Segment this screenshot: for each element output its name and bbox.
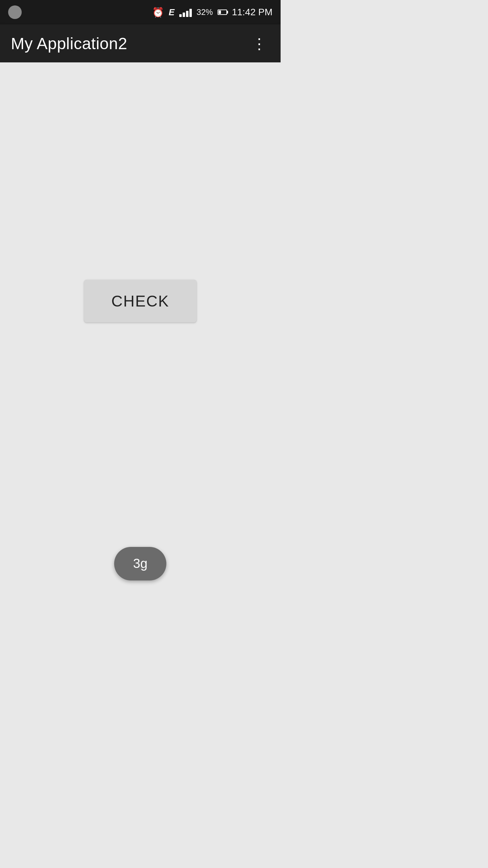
signal-bars-icon: [179, 7, 192, 17]
battery-icon: [218, 9, 227, 15]
status-bar-right: ⏰ E 32% 11:42 PM: [152, 7, 272, 18]
alarm-icon: ⏰: [152, 7, 164, 18]
check-button[interactable]: CHECK: [84, 280, 196, 322]
status-bar: ⏰ E 32% 11:42 PM: [0, 0, 281, 24]
status-time: 11:42 PM: [232, 7, 272, 18]
battery-percent-text: 32%: [197, 7, 213, 17]
fab-3g-button[interactable]: 3g: [114, 547, 166, 580]
status-bar-left: [8, 5, 22, 19]
app-title: My Application2: [11, 34, 127, 53]
app-bar: My Application2 ⋮: [0, 24, 281, 62]
overflow-menu-button[interactable]: ⋮: [249, 33, 270, 54]
main-content: CHECK 3g: [0, 62, 281, 608]
data-network-icon: E: [169, 7, 175, 18]
status-circle-icon: [8, 5, 22, 19]
